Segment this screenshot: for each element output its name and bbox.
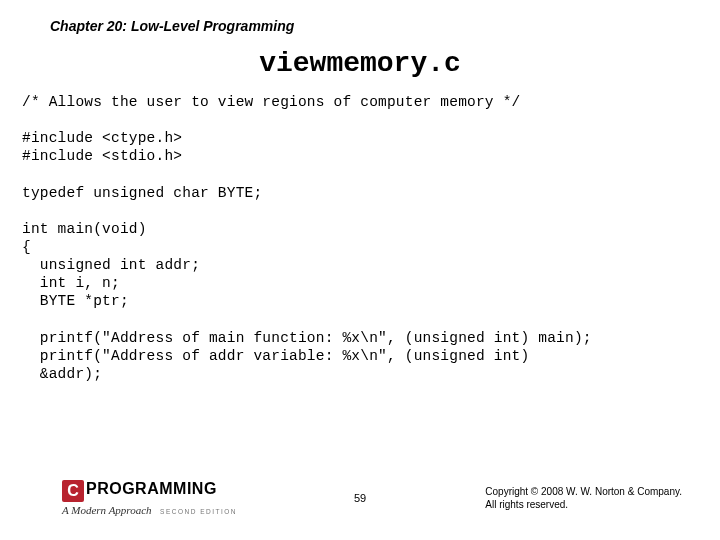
logo-edition: SECOND EDITION xyxy=(160,508,237,515)
slide-title: viewmemory.c xyxy=(0,48,720,79)
book-logo: C PROGRAMMING A Modern Approach SECOND E… xyxy=(62,478,237,518)
copyright-line1: Copyright © 2008 W. W. Norton & Company. xyxy=(485,485,682,498)
chapter-heading: Chapter 20: Low-Level Programming xyxy=(50,18,720,34)
code-block: /* Allows the user to view regions of co… xyxy=(0,93,720,383)
logo-subtitle: A Modern Approach xyxy=(62,504,152,516)
copyright: Copyright © 2008 W. W. Norton & Company.… xyxy=(485,485,682,511)
footer: C PROGRAMMING A Modern Approach SECOND E… xyxy=(0,478,720,518)
page-number: 59 xyxy=(354,492,366,504)
copyright-line2: All rights reserved. xyxy=(485,498,682,511)
logo-c-icon: C xyxy=(62,480,84,502)
logo-word: PROGRAMMING xyxy=(86,480,217,498)
